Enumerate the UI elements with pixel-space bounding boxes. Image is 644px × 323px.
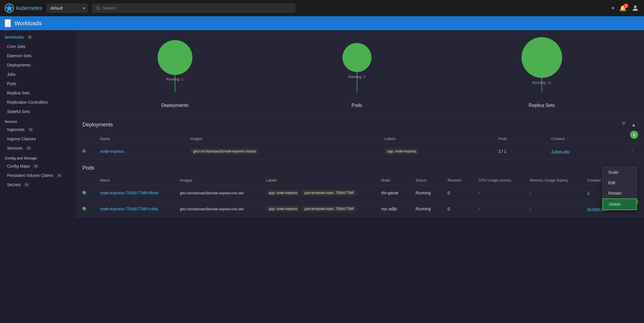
deployments-running-label: Running: 1 — [166, 77, 183, 81]
sidebar-item-workloads-label: Workloads — [5, 35, 24, 40]
sidebar-item-workloads[interactable]: Workloads N — [0, 33, 75, 42]
logo-text: kubernetes — [16, 5, 42, 11]
pods-section-header: Pods — [75, 160, 644, 176]
sidebar-item-jobs[interactable]: Jobs — [0, 70, 75, 79]
pod2-label-1: app: node-express — [266, 206, 300, 212]
pod1-created-timestamp[interactable]: 3 — [587, 191, 589, 195]
pod2-images: ghcr.io/chainsaw2k/node-express:ma ster — [173, 201, 259, 217]
replica-sets-bubble-item: Running: 11 Replica Sets — [522, 37, 562, 108]
pods-running-label: Running: 2 — [348, 75, 365, 79]
sidebar-item-deployments[interactable]: Deployments — [0, 60, 75, 70]
deploy-row-name: node-express — [93, 143, 183, 159]
deployments-bubble-container: Running: 1 — [158, 40, 192, 92]
pod1-images: ghcr.io/chainsaw2k/node-express:ma ster — [173, 185, 259, 201]
pod2-name: node-express-759cb7788f-cr4vs — [93, 201, 173, 217]
sidebar-secrets-label: Secrets — [7, 182, 21, 187]
sidebar-item-ingresses[interactable]: Ingresses N — [0, 125, 75, 134]
sidebar-services-label: Services — [7, 146, 23, 150]
deployments-section-header: Deployments ▲ — [75, 115, 644, 134]
pod1-name-link[interactable]: node-express-759cb7788f-r9xtm — [100, 191, 158, 195]
deploy-created-timestamp[interactable]: 3 days ago — [551, 149, 570, 154]
main-content: Running: 1 Deployments Running: 2 Pods R… — [75, 30, 644, 323]
menu-item-edit[interactable]: Edit — [602, 177, 637, 188]
workloads-bar-title: Workloads — [15, 20, 42, 27]
pod1-label-2: pod-template-hash: 759cb7788f — [302, 190, 356, 196]
deploy-more-button[interactable]: ⋮ — [627, 147, 637, 156]
sidebar-replication-controllers-label: Replication Controllers — [7, 100, 48, 105]
sidebar-item-replication-controllers[interactable]: Replication Controllers — [0, 98, 75, 107]
sidebar-item-stateful-sets[interactable]: Stateful Sets — [0, 107, 75, 116]
th-deploy-labels: Labels — [378, 134, 492, 143]
sidebar-item-ingress-classes[interactable]: Ingress Classes — [0, 134, 75, 143]
sidebar-ingress-classes-label: Ingress Classes — [7, 137, 36, 141]
menu-toggle-button[interactable]: ☰ — [5, 19, 11, 27]
pods-section: Pods Name Images Labels Node Status Rest… — [75, 160, 644, 217]
search-icon — [96, 6, 100, 10]
sidebar-item-secrets[interactable]: Secrets N — [0, 180, 75, 189]
deployments-collapse-button[interactable]: ▲ — [630, 121, 637, 129]
namespace-selector[interactable]: default — [47, 4, 87, 12]
pod1-memory: - — [523, 185, 580, 201]
pods-bubble-item: Running: 2 Pods — [342, 43, 371, 108]
pod2-label-2: pod-template-hash: 759cb7788f — [302, 206, 356, 212]
pod1-restarts: 0 — [441, 185, 471, 201]
deployments-bubble-title: Deployments — [161, 103, 188, 108]
th-pod-restarts: Restarts — [441, 176, 471, 185]
pod1-status-dot — [82, 191, 86, 194]
nav-actions: + 🔔 3 — [611, 4, 639, 12]
sidebar-item-config-maps[interactable]: Config Maps N — [0, 162, 75, 171]
th-pod-name: Name — [93, 176, 173, 185]
deploy-name-link[interactable]: node-express — [100, 149, 125, 154]
menu-item-delete[interactable]: Delete — [602, 198, 637, 210]
deployments-bubble — [158, 40, 192, 75]
sidebar-replica-sets-label: Replica Sets — [7, 91, 30, 95]
pod1-status — [75, 185, 93, 201]
step-circle-1: 1 — [630, 131, 638, 139]
menu-item-scale[interactable]: Scale — [602, 167, 637, 177]
user-account-button[interactable] — [631, 4, 639, 12]
workloads-bar: ☰ Workloads — [0, 16, 644, 30]
pod2-status — [75, 201, 93, 217]
pod2-node: nyc-adljs — [374, 201, 409, 217]
deploy-row-created: 3 days ago — [544, 143, 620, 159]
sidebar-item-daemon-sets[interactable]: Daemon Sets — [0, 51, 75, 60]
sidebar-config-maps-label: Config Maps — [7, 164, 30, 168]
th-deploy-pods: Pods — [491, 134, 544, 143]
replica-sets-stem — [542, 78, 542, 92]
pod2-memory: - — [523, 201, 580, 217]
th-pod-images: Images — [173, 176, 259, 185]
sidebar-cron-jobs-label: Cron Jobs — [7, 44, 26, 49]
deploy-label-chip: app: node-express — [385, 148, 418, 154]
th-pod-status — [75, 176, 93, 185]
sidebar-item-services[interactable]: Services N — [0, 143, 75, 153]
sidebar-ingresses-label: Ingresses — [7, 127, 25, 132]
th-deploy-created[interactable]: Created ↑ — [544, 134, 620, 143]
replica-sets-running-label: Running: 11 — [532, 81, 551, 85]
add-button[interactable]: + — [611, 5, 615, 12]
sidebar-item-cron-jobs[interactable]: Cron Jobs — [0, 42, 75, 51]
deployments-table: Name Images Labels Pods Created ↑ — [75, 134, 644, 159]
sidebar-daemon-sets-label: Daemon Sets — [7, 53, 32, 58]
sidebar-config-maps-badge: N — [33, 164, 39, 168]
sidebar-workloads-badge: N — [27, 35, 33, 39]
th-pod-pod-status: Status — [409, 176, 441, 185]
namespace-select[interactable]: default — [47, 4, 87, 12]
sidebar-item-persistent-volume-claims[interactable]: Persistent Volume Claims N — [0, 171, 75, 180]
pod2-pod-status: Running — [409, 201, 441, 217]
status-dot-gray — [82, 149, 86, 153]
sidebar-item-pods[interactable]: Pods — [0, 79, 75, 88]
menu-item-restart[interactable]: Restart — [602, 188, 637, 198]
sidebar-pods-label: Pods — [7, 81, 16, 86]
search-input[interactable] — [103, 6, 291, 10]
created-sort-arrow: ↑ — [567, 137, 569, 141]
deployments-filter-button[interactable] — [620, 120, 628, 130]
svg-point-4 — [634, 6, 636, 8]
notifications-button[interactable]: 🔔 3 — [619, 5, 627, 12]
sidebar-item-replica-sets[interactable]: Replica Sets — [0, 88, 75, 98]
filter-icon — [621, 121, 627, 127]
sidebar-jobs-label: Jobs — [7, 72, 16, 77]
sidebar-services-badge: N — [26, 146, 31, 150]
pod2-name-link[interactable]: node-express-759cb7788f-cr4vs — [100, 207, 158, 211]
sidebar-deployments-label: Deployments — [7, 63, 31, 67]
th-pod-node: Node — [374, 176, 409, 185]
